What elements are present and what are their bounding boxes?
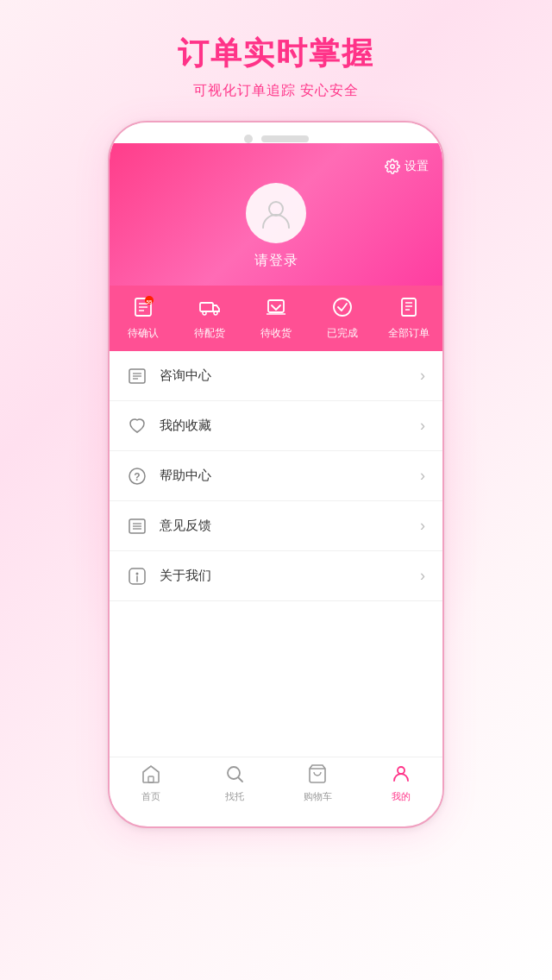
home-tab-label: 首页 <box>141 790 160 803</box>
phone-frame: 设置 请登录 <box>108 121 444 828</box>
svg-rect-8 <box>200 303 213 311</box>
phone-top-bar <box>110 122 442 143</box>
order-status-pending-confirm[interactable]: 55 待确认 <box>110 286 176 351</box>
avatar-icon <box>260 197 292 229</box>
svg-rect-31 <box>148 776 154 782</box>
page-title: 订单实时掌握 <box>178 33 374 75</box>
help-label: 帮助中心 <box>160 468 420 484</box>
favorites-label: 我的收藏 <box>160 418 420 434</box>
gear-icon <box>385 159 400 174</box>
menu-item-consultation[interactable]: 咨询中心 › <box>110 351 442 401</box>
feedback-label: 意见反馈 <box>160 518 420 534</box>
feedback-arrow: › <box>420 517 425 535</box>
settings-label: 设置 <box>405 159 429 174</box>
cart-tab-label: 购物车 <box>304 790 332 803</box>
all-orders-icon <box>398 296 420 322</box>
all-orders-label: 全部订单 <box>388 326 430 341</box>
app-content: 设置 请登录 <box>110 143 442 808</box>
order-status-pending-receive[interactable]: 待收货 <box>242 286 309 351</box>
help-icon: ? <box>127 466 147 487</box>
home-tab-icon <box>141 763 161 788</box>
tab-bar: 首页 找托 <box>110 757 442 808</box>
phone-camera <box>244 135 253 143</box>
consultation-icon <box>127 366 147 386</box>
svg-point-29 <box>136 572 139 575</box>
about-label: 关于我们 <box>160 568 420 584</box>
help-arrow: › <box>420 467 425 485</box>
consultation-label: 咨询中心 <box>160 368 420 384</box>
pending-receive-label: 待收货 <box>260 326 292 341</box>
avatar <box>246 183 306 243</box>
phone-speaker <box>261 135 309 142</box>
svg-line-33 <box>238 777 242 782</box>
mine-tab-icon <box>391 763 411 788</box>
svg-text:55: 55 <box>146 299 152 305</box>
pending-receive-icon <box>265 296 287 322</box>
svg-point-1 <box>269 202 283 216</box>
pending-ship-label: 待配货 <box>194 326 225 341</box>
about-arrow: › <box>420 567 425 585</box>
login-prompt: 请登录 <box>254 252 298 270</box>
order-status-bar: 55 待确认 待配货 <box>110 286 442 351</box>
svg-point-9 <box>203 311 206 315</box>
order-status-pending-ship[interactable]: 待配货 <box>176 286 242 351</box>
tab-home[interactable]: 首页 <box>110 757 193 808</box>
completed-label: 已完成 <box>327 326 358 341</box>
mine-tab-label: 我的 <box>392 790 411 803</box>
find-tab-label: 找托 <box>225 790 244 803</box>
menu-item-feedback[interactable]: 意见反馈 › <box>110 501 442 551</box>
favorites-icon <box>127 416 147 437</box>
feedback-icon <box>127 516 147 537</box>
page-header: 订单实时掌握 可视化订单追踪 安心安全 <box>178 33 374 100</box>
svg-point-0 <box>391 165 395 169</box>
avatar-section[interactable]: 请登录 <box>123 183 429 286</box>
profile-header: 设置 请登录 <box>110 143 442 286</box>
menu-item-favorites[interactable]: 我的收藏 › <box>110 401 442 451</box>
tab-cart[interactable]: 购物车 <box>276 757 360 808</box>
order-status-completed[interactable]: 已完成 <box>310 286 376 351</box>
pending-confirm-icon: 55 <box>132 296 154 322</box>
tab-find[interactable]: 找托 <box>193 757 277 808</box>
favorites-arrow: › <box>420 417 425 435</box>
order-status-all[interactable]: 全部订单 <box>376 286 442 351</box>
menu-item-about[interactable]: 关于我们 › <box>110 551 442 601</box>
menu-item-help[interactable]: ? 帮助中心 › <box>110 451 442 501</box>
svg-rect-14 <box>402 298 416 316</box>
consultation-arrow: › <box>420 367 425 385</box>
menu-list: 咨询中心 › 我的收藏 › ? <box>110 351 442 757</box>
tab-mine[interactable]: 我的 <box>360 757 443 808</box>
find-tab-icon <box>224 763 245 788</box>
svg-point-13 <box>334 298 351 316</box>
page-subtitle: 可视化订单追踪 安心安全 <box>178 82 374 100</box>
svg-point-35 <box>398 767 405 774</box>
completed-icon <box>331 296 354 322</box>
svg-point-10 <box>214 311 217 315</box>
svg-text:?: ? <box>134 470 140 482</box>
pending-ship-icon <box>198 296 221 322</box>
pending-confirm-label: 待确认 <box>128 326 159 341</box>
cart-tab-icon <box>307 763 328 788</box>
about-icon <box>127 566 147 587</box>
settings-row: 设置 <box>123 159 429 174</box>
settings-button[interactable]: 设置 <box>385 159 429 174</box>
